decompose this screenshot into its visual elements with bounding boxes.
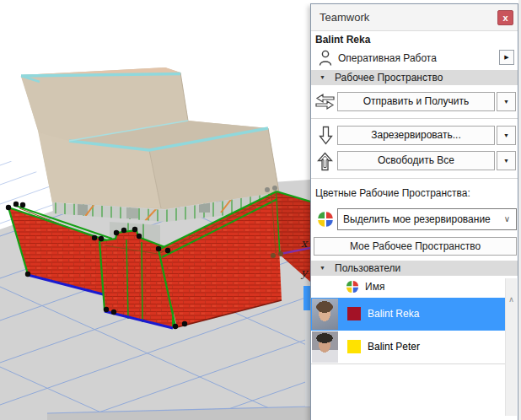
reserve-row: Зарезервировать... ▼	[311, 126, 518, 146]
send-receive-icon	[314, 93, 336, 111]
section-workspace-label: Рабочее Пространство	[335, 70, 443, 85]
selected-option: Выделить мое резервирование	[343, 209, 491, 229]
release-arrow-icon	[317, 152, 333, 172]
building-model[interactable]	[21, 67, 279, 209]
avatar	[312, 299, 338, 330]
users-list: Имя Balint Reka Balint Peter	[311, 276, 518, 420]
release-all-button[interactable]: Освободить Все	[337, 151, 495, 170]
divider	[311, 118, 518, 119]
colored-workspaces-label: Цветные Рабочие Пространства:	[315, 187, 470, 199]
users-scrollbar[interactable]: ∧	[505, 278, 517, 416]
avatar	[312, 331, 338, 363]
reserve-button[interactable]: Зарезервировать...	[337, 126, 495, 145]
color-column-icon	[346, 280, 359, 293]
collapse-icon: ▼	[320, 70, 325, 85]
user-name: Balint Peter	[368, 331, 420, 363]
close-button[interactable]: x	[497, 10, 513, 25]
my-workspace-button[interactable]: Мое Рабочее Пространство	[314, 237, 517, 256]
divider	[311, 178, 518, 179]
activity-label: Оперативная Работа	[338, 52, 437, 64]
palette-title: Teamwork	[320, 4, 369, 30]
send-receive-row: Отправить и Получить ▼	[311, 92, 518, 112]
background-selection-fragment	[303, 286, 310, 310]
user-name: Balint Reka	[368, 298, 419, 331]
3d-scene[interactable]: x y	[0, 0, 310, 420]
person-icon	[318, 49, 333, 67]
palette-titlebar[interactable]: Teamwork x	[311, 4, 518, 31]
user-row-balint-reka[interactable]: Balint Reka	[311, 298, 505, 331]
section-workspace[interactable]: ▼ Рабочее Пространство	[311, 70, 518, 85]
scroll-up-icon[interactable]: ∧	[506, 295, 517, 304]
workspace-color-select[interactable]: Выделить мое резервирование ∨	[337, 208, 517, 230]
reserve-arrow-icon	[319, 126, 333, 146]
reserve-dropdown[interactable]: ▼	[497, 126, 516, 145]
section-users[interactable]: ▼ Пользователи	[311, 261, 518, 276]
users-list-header: Имя	[311, 277, 505, 299]
colored-workspaces-icon	[317, 211, 334, 228]
section-users-label: Пользователи	[335, 261, 400, 276]
send-receive-dropdown[interactable]: ▼	[497, 92, 516, 111]
user-row-balint-peter[interactable]: Balint Peter	[311, 331, 505, 364]
send-receive-button[interactable]: Отправить и Получить	[337, 92, 495, 111]
current-user-name: Balint Reka	[315, 34, 370, 46]
release-all-dropdown[interactable]: ▼	[497, 151, 516, 170]
teamwork-palette: Teamwork x Balint Reka Оперативная Работ…	[310, 3, 518, 420]
activity-row: Оперативная Работа ▶	[311, 47, 518, 70]
name-column-header: Имя	[365, 277, 384, 298]
3d-viewport[interactable]: x y	[0, 0, 310, 420]
user-color-swatch	[347, 307, 361, 320]
chevron-down-icon: ∨	[504, 209, 510, 229]
user-color-swatch	[347, 340, 361, 353]
activity-expand-button[interactable]: ▶	[499, 50, 514, 65]
collapse-icon: ▼	[320, 261, 325, 276]
release-row: Освободить Все ▼	[311, 151, 518, 171]
